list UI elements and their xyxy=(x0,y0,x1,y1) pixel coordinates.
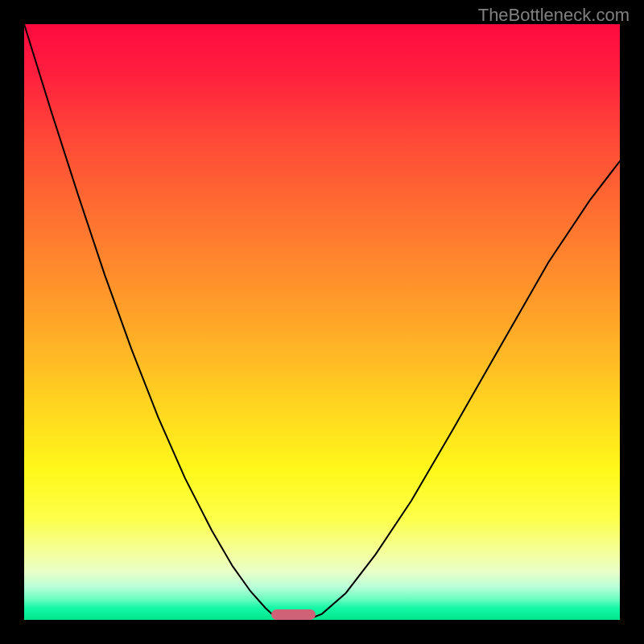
left-curve xyxy=(24,24,280,620)
watermark-text: TheBottleneck.com xyxy=(478,5,630,26)
bottleneck-marker xyxy=(271,609,316,620)
chart-plot-area xyxy=(24,24,620,620)
curve-layer xyxy=(24,24,620,620)
right-curve xyxy=(308,161,621,620)
